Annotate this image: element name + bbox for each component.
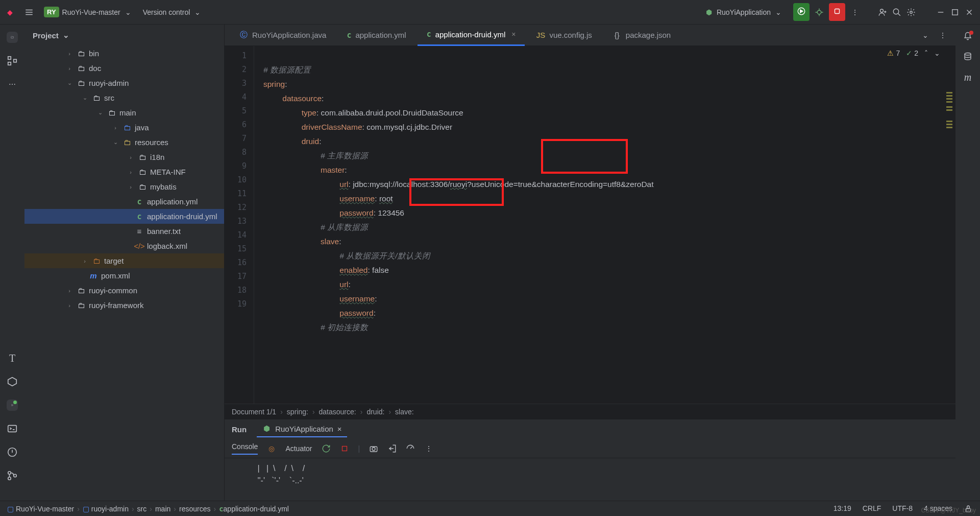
warning-count[interactable]: 7 — [887, 49, 900, 57]
tree-file-banner-txt[interactable]: ≡banner.txt — [24, 224, 224, 239]
tab-vue-config-js[interactable]: JSvue.config.js — [527, 25, 601, 46]
tree-folder-mybatis[interactable]: ›🗀mybatis — [24, 179, 224, 194]
search-icon[interactable] — [892, 8, 901, 17]
type-tool-icon[interactable]: T — [7, 353, 18, 364]
git-tool-icon[interactable] — [7, 470, 18, 481]
chevron-down-icon[interactable]: ⌄ — [934, 49, 940, 57]
breadcrumb-item[interactable]: ruoyi-admin — [91, 505, 129, 513]
notifications-icon[interactable] — [963, 32, 972, 41]
yml-icon — [427, 30, 431, 39]
breadcrumb-item[interactable]: src — [137, 505, 147, 513]
problems-tool-icon[interactable] — [7, 447, 18, 458]
cursor-position[interactable]: 13:19 — [834, 504, 851, 513]
tab-package-json[interactable]: {}package.json — [603, 25, 680, 46]
minimize-icon[interactable] — [936, 8, 945, 17]
project-name: RuoYi-Vue-master — [62, 8, 120, 16]
tab-ruoyiapplication-java[interactable]: ⒸRuoYiApplication.java — [230, 25, 335, 46]
file-encoding[interactable]: UTF-8 — [892, 504, 913, 513]
code-editor[interactable]: 12345678910111213141516171819 # 数据源配置 sp… — [225, 46, 955, 404]
tree-file-application-druid-yml[interactable]: application-druid.yml — [24, 209, 224, 224]
run-panel: Run ⬢ RuoYiApplication × Console ◎ Actua… — [225, 419, 955, 501]
svg-rect-8 — [8, 62, 11, 65]
inspection-widget[interactable]: 7 2 ˄ ⌄ — [887, 49, 940, 57]
tree-module-ruoyi-admin[interactable]: ⌄🗀ruoyi-admin — [24, 76, 224, 90]
error-stripe[interactable] — [946, 46, 952, 404]
chevron-up-icon[interactable]: ˄ — [924, 49, 928, 57]
run-config-tab[interactable]: ⬢ RuoYiApplication × — [257, 421, 347, 437]
structure-tool-icon[interactable] — [7, 55, 18, 66]
breadcrumb-item[interactable]: slave: — [395, 408, 414, 416]
code-content[interactable]: # 数据源配置 spring: datasource: type: com.al… — [254, 46, 955, 404]
tree-folder-resources[interactable]: ⌄🗀resources — [24, 135, 224, 150]
tree-folder-src[interactable]: ⌄🗀src — [24, 90, 224, 105]
settings-icon[interactable] — [906, 8, 916, 17]
titlebar: ◆ RY RuoYi-Vue-master ⌄ Version control … — [0, 0, 980, 25]
breadcrumb-doc[interactable]: Document 1/1 — [232, 408, 276, 416]
breadcrumb-item[interactable]: main — [155, 505, 170, 513]
tree-module-ruoyi-framework[interactable]: ›🗀ruoyi-framework — [24, 298, 224, 313]
more-actions-icon[interactable]: ⋮ — [850, 8, 860, 17]
tree-file-pom-xml[interactable]: mpom.xml — [24, 268, 224, 283]
tree-folder-java[interactable]: ›🗀java — [24, 120, 224, 135]
svg-point-18 — [372, 447, 375, 450]
close-icon[interactable]: × — [337, 425, 342, 433]
breadcrumb-item[interactable]: datasource: — [319, 408, 356, 416]
tree-folder-doc[interactable]: ›🗀doc — [24, 61, 224, 76]
tree-folder-main[interactable]: ⌄🗀main — [24, 105, 224, 120]
breadcrumb-item[interactable]: RuoYi-Vue-master — [16, 505, 74, 513]
exit-icon[interactable] — [387, 444, 397, 453]
stop-button[interactable] — [829, 3, 845, 21]
vcs-menu[interactable]: Version control ⌄ — [138, 5, 208, 20]
chevron-down-icon: ⌄ — [62, 31, 71, 40]
camera-icon[interactable] — [369, 444, 378, 453]
maximize-icon[interactable] — [950, 8, 960, 17]
tree-file-logback-xml[interactable]: </>logback.xml — [24, 239, 224, 253]
close-tab-icon[interactable]: × — [511, 30, 516, 38]
run-tool-label[interactable]: Run — [232, 425, 247, 434]
rerun-icon[interactable] — [322, 444, 331, 453]
project-panel-header[interactable]: Project ⌄ — [24, 25, 224, 46]
database-icon[interactable] — [963, 52, 972, 61]
breadcrumb-item[interactable]: spring: — [287, 408, 308, 416]
run-tool-icon[interactable] — [7, 400, 18, 411]
tree-folder-target[interactable]: ›🗀target — [24, 253, 224, 268]
main-menu-button[interactable] — [19, 5, 39, 20]
code-with-me-icon[interactable] — [878, 8, 887, 17]
tab-more-icon[interactable]: ⋮ — [938, 31, 947, 40]
stop-icon[interactable] — [340, 444, 349, 453]
more-tool-icon[interactable]: ⋯ — [7, 79, 18, 90]
tree-folder-bin[interactable]: ›🗀bin — [24, 46, 224, 61]
breadcrumb-item[interactable]: resources — [179, 505, 210, 513]
run-config-selector[interactable]: ⬢ RuoYiApplication ⌄ — [699, 5, 788, 20]
debug-button[interactable] — [815, 8, 824, 17]
tab-application-druid-yml[interactable]: application-druid.yml× — [418, 25, 525, 46]
gauge-icon[interactable] — [406, 444, 415, 453]
expand-chevron[interactable]: › — [30, 504, 32, 512]
actuator-icon: ◎ — [267, 444, 276, 453]
tree-file-application-yml[interactable]: application.yml — [24, 194, 224, 209]
ok-count[interactable]: 2 — [906, 49, 918, 57]
terminal-tool-icon[interactable] — [7, 423, 18, 434]
actuator-tab[interactable]: Actuator — [285, 444, 312, 453]
breadcrumb-item[interactable]: druid: — [366, 408, 384, 416]
tab-application-yml[interactable]: application.yml — [337, 25, 415, 46]
tree-folder-i18n[interactable]: ›🗀i18n — [24, 150, 224, 165]
breadcrumb-item[interactable]: application-druid.yml — [224, 505, 289, 513]
close-icon[interactable] — [965, 8, 974, 17]
module-icon: ▢ — [7, 505, 14, 513]
chevron-down-icon[interactable]: ⌄ — [921, 31, 930, 40]
project-selector[interactable]: RY RuoYi-Vue-master ⌄ — [39, 4, 138, 20]
project-badge: RY — [44, 7, 59, 17]
run-output[interactable]: | | \ / \ / ''-' `'-' `-..-' — [225, 458, 955, 501]
tree-folder-meta-inf[interactable]: ›🗀META-INF — [24, 165, 224, 179]
editor-tabs: ⒸRuoYiApplication.java application.yml a… — [225, 25, 955, 46]
project-tool-icon[interactable] — [7, 32, 18, 43]
console-tab[interactable]: Console — [232, 442, 258, 455]
maven-icon[interactable]: m — [963, 73, 972, 82]
run-button[interactable] — [793, 3, 810, 21]
line-separator[interactable]: CRLF — [863, 504, 881, 513]
services-tool-icon[interactable] — [7, 376, 18, 387]
tree-module-ruoyi-common[interactable]: ›🗀ruoyi-common — [24, 283, 224, 298]
more-icon[interactable]: ⋮ — [424, 444, 433, 453]
chevron-down-icon: ⌄ — [774, 8, 783, 17]
